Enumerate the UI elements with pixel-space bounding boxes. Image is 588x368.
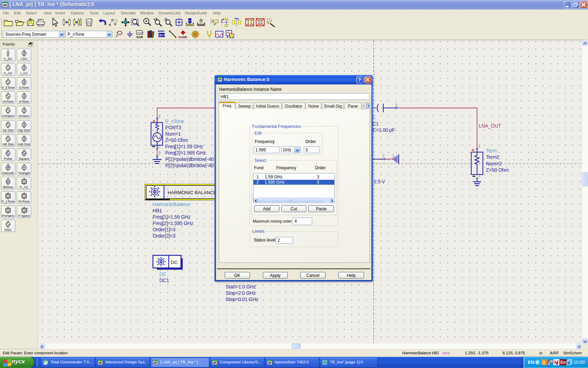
svg-text:Freq[1]=1.59 GHz: Freq[1]=1.59 GHz	[153, 214, 191, 220]
svg-text:VAR: VAR	[136, 35, 143, 39]
svg-text:C=1.00 pF: C=1.00 pF	[372, 127, 395, 133]
svg-text:Order[1]=3: Order[1]=3	[153, 227, 176, 232]
svg-text:P[1]=polar(dbmtow(-40: P[1]=polar(dbmtow(-40	[165, 156, 214, 162]
svg-text:Num=1: Num=1	[165, 131, 181, 137]
svg-text:D: D	[27, 207, 28, 210]
svg-text:2: 2	[382, 154, 385, 158]
svg-text:Z=50 Ohm: Z=50 Ohm	[486, 167, 509, 173]
svg-text:2.5 V: 2.5 V	[374, 179, 385, 184]
svg-text:Freq[2]=1.595 GHz: Freq[2]=1.595 GHz	[165, 150, 206, 156]
svg-text:R=?: R=?	[159, 34, 165, 37]
svg-text:2: 2	[395, 103, 398, 108]
svg-text:NAME: NAME	[178, 35, 187, 39]
svg-text:Num=2: Num=2	[486, 161, 502, 166]
svg-text:S: S	[27, 210, 28, 212]
svg-text:0110: 0110	[137, 31, 144, 34]
svg-text:P[2]=polar(dbmtow(-40: P[2]=polar(dbmtow(-40	[165, 163, 214, 168]
svg-text:C1: C1	[372, 121, 379, 127]
svg-text:2: 2	[158, 144, 161, 149]
svg-text:Order[2]=3: Order[2]=3	[153, 233, 176, 239]
svg-text:PORT3: PORT3	[165, 125, 181, 130]
svg-text:En: En	[560, 360, 566, 365]
svg-text:1: 1	[478, 144, 481, 149]
svg-text:Freq[1]=1.59 GHz: Freq[1]=1.59 GHz	[165, 144, 203, 149]
svg-text:Term: Term	[486, 148, 497, 154]
svg-text:HB1: HB1	[153, 208, 162, 213]
svg-text:DC1: DC1	[159, 278, 169, 283]
svg-text:1: 1	[158, 150, 161, 155]
svg-text:?: ?	[358, 77, 361, 83]
svg-text:Stop=2.0 GHz: Stop=2.0 GHz	[226, 290, 256, 296]
svg-text:C: C	[372, 115, 376, 120]
svg-text:1: 1	[392, 154, 394, 158]
svg-text:DC: DC	[171, 260, 178, 265]
svg-text:Start=1.0 GHz: Start=1.0 GHz	[226, 284, 256, 289]
svg-text:Step=0.01 GHz: Step=0.01 GHz	[226, 297, 259, 302]
svg-text:Term2: Term2	[486, 154, 499, 160]
svg-text:LNA_OUT: LNA_OUT	[479, 123, 501, 129]
svg-text:P_nTone: P_nTone	[165, 118, 184, 124]
svg-text:2: 2	[478, 173, 481, 178]
svg-text:HarmonicBalance: HarmonicBalance	[153, 202, 190, 207]
svg-text:DC: DC	[159, 271, 166, 277]
svg-text:Freq[2]=1.595 GHz: Freq[2]=1.595 GHz	[153, 220, 193, 226]
svg-text:HARMONIC BALANCE: HARMONIC BALANCE	[168, 190, 217, 195]
svg-text:Z=50 Ohm: Z=50 Ohm	[165, 137, 188, 143]
svg-text:1: 1	[158, 114, 161, 119]
